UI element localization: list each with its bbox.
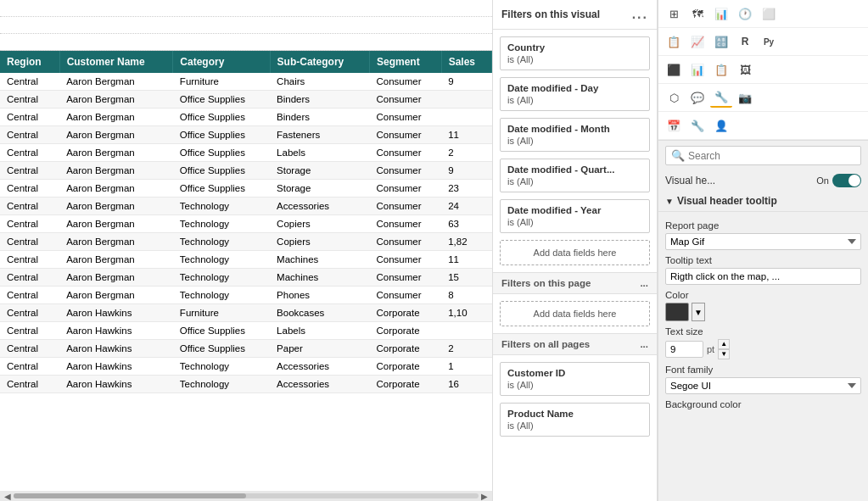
icon-cal-btn[interactable]: 📅 [663,115,685,136]
filter-header-dots[interactable]: ... [632,7,648,22]
table-cell: Aaron Hawkins [59,376,173,393]
color-picker-row: ▼ [665,303,861,321]
visual-header-switch[interactable]: On [816,174,861,187]
table-cell: Phones [270,287,369,304]
table-cell: 63 [441,215,491,233]
icon-table2-btn[interactable]: 📊 [686,59,708,80]
table-cell: Aaron Bergman [59,126,173,144]
icon-box-btn[interactable]: ⬡ [663,87,685,108]
size-down-arrow[interactable]: ▼ [718,349,730,359]
icon-map-btn[interactable]: 🗺 [686,3,708,24]
table-cell: Office Supplies [173,91,270,109]
table-cell: Technology [173,376,270,393]
filter-item-label: Date modified - Quart... [507,164,642,175]
filter-item-value: is (All) [507,176,642,186]
table-cell: Office Supplies [173,322,270,340]
filter-item-label: Date modified - Month [507,124,642,134]
table-scroll[interactable]: Region Customer Name Category Sub-Catego… [0,51,492,491]
table-cell: Central [0,322,59,340]
filter-item[interactable]: Date modified - Monthis (All) [500,118,650,152]
icon-image-btn[interactable]: 🖼 [734,59,756,80]
icon-r-btn[interactable]: R [734,31,756,52]
icon-chart-btn[interactable]: 📊 [710,3,732,24]
table-cell: Chairs [270,73,369,91]
icon-gear-btn[interactable]: 🔧 [710,87,732,108]
scroll-track[interactable] [14,493,479,498]
scroll-left-arrow[interactable]: ◀ [2,492,14,501]
table-cell [441,109,491,126]
section-page-dots[interactable]: ... [640,278,648,288]
icon-settings-btn[interactable]: 🔧 [686,115,708,136]
table-cell: Aaron Bergman [59,251,173,269]
table-cell: Consumer [369,180,441,198]
icon-camera-btn[interactable]: 📷 [734,87,756,108]
col-sales[interactable]: Sales [441,51,491,73]
filter-item[interactable]: Date modified - Quart...is (All) [500,159,650,192]
add-data-fields-visual[interactable]: Add data fields here [500,240,650,265]
visual-header-tooltip-label: Visual header tooltip [677,195,777,207]
icon-chat-btn[interactable]: 💬 [686,87,708,108]
scroll-thumb[interactable] [14,493,246,498]
dotted-row-3 [0,34,492,51]
icon-copy-btn[interactable]: 📋 [710,59,732,80]
toolbar-icons: ⊞ 🗺 📊 🕐 ⬜ 📋 📈 🔠 R Py ⬛ 📊 📋 🖼 ⬡ 💬 🔧 📷 [658,0,868,141]
icon-ellipsis-btn[interactable]: ⬛ [663,59,685,80]
col-region[interactable]: Region [0,51,59,73]
all-filter-item[interactable]: Product Nameis (All) [500,403,650,437]
font-family-select[interactable]: Segoe UI [665,377,861,394]
add-data-fields-page[interactable]: Add data fields here [500,301,650,326]
icon-linechart-btn[interactable]: 📈 [686,31,708,52]
table-cell: Technology [173,215,270,233]
table-cell: 9 [441,73,491,91]
table-cell: Consumer [369,144,441,162]
visual-header-tooltip-section[interactable]: ▼ Visual header tooltip [658,191,868,212]
icon-py-btn[interactable]: Py [758,31,780,52]
report-page-select[interactable]: Map Gif [665,233,861,250]
col-sub-category[interactable]: Sub-Category [270,51,369,73]
icon-table-btn[interactable]: ⊞ [663,3,685,24]
col-category[interactable]: Category [173,51,270,73]
all-filter-item[interactable]: Customer IDis (All) [500,362,650,396]
icon-text-btn[interactable]: 🔠 [710,31,732,52]
search-box[interactable]: 🔍 [665,146,861,165]
col-segment[interactable]: Segment [369,51,441,73]
table-cell: Central [0,180,59,198]
table-cell: Technology [173,198,270,215]
search-input[interactable] [688,150,855,162]
table-row: CentralAaron BergmanOffice SuppliesBinde… [0,91,492,109]
dotted-row-1 [0,0,492,17]
table-cell: Aaron Bergman [59,109,173,126]
color-label: Color [665,290,861,300]
text-size-input[interactable] [665,341,703,358]
table-cell: Labels [270,144,369,162]
tooltip-text-input[interactable] [665,268,861,285]
filter-item[interactable]: Date modified - Yearis (All) [500,199,650,233]
table-cell: Central [0,376,59,393]
table-row: CentralAaron BergmanOffice SuppliesStora… [0,162,492,180]
table-cell: Corporate [369,340,441,358]
table-cell: 1,82 [441,233,491,251]
color-dropdown-arrow[interactable]: ▼ [692,303,705,321]
icon-list-btn[interactable]: 📋 [663,31,685,52]
section-all-dots[interactable]: ... [640,339,648,349]
table-cell: Corporate [369,322,441,340]
table-cell: 11 [441,251,491,269]
table-cell: Corporate [369,358,441,376]
size-up-arrow[interactable]: ▲ [718,339,730,349]
toggle-switch-knob[interactable] [832,174,861,187]
table-cell: Aaron Bergman [59,162,173,180]
table-cell: Aaron Bergman [59,198,173,215]
filter-item-value: is (All) [507,95,642,105]
filter-item[interactable]: Date modified - Dayis (All) [500,77,650,111]
horizontal-scrollbar[interactable]: ◀ ▶ [0,491,492,501]
table-cell: Central [0,162,59,180]
table-cell: Central [0,304,59,322]
icon-grid-btn[interactable]: ⬜ [758,3,780,24]
visual-header-toggle-row[interactable]: Visual he... On [658,170,868,191]
filter-item[interactable]: Countryis (All) [500,36,650,70]
scroll-right-arrow[interactable]: ▶ [479,492,490,501]
color-swatch[interactable] [665,303,689,321]
icon-person-btn[interactable]: 👤 [710,115,732,136]
icon-clock-btn[interactable]: 🕐 [734,3,756,24]
col-customer-name[interactable]: Customer Name [59,51,173,73]
